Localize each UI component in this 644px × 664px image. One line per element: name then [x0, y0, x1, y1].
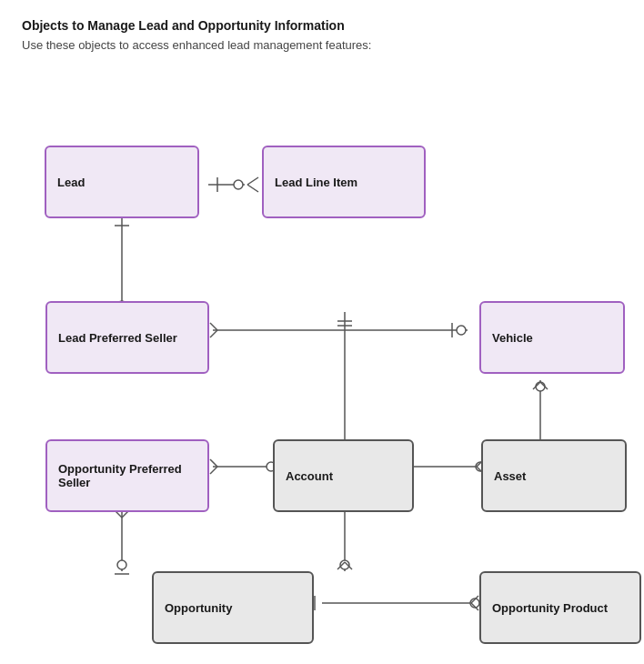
lead-node: Lead	[45, 146, 199, 218]
svg-line-25	[210, 467, 217, 474]
svg-line-4	[247, 185, 258, 192]
opportunity-product-node: Opportunity Product	[479, 571, 641, 644]
svg-line-3	[247, 177, 258, 185]
diagram: Lead Lead Line Item Lead Preferred Selle…	[22, 66, 640, 658]
account-node: Account	[273, 439, 414, 512]
page-subtitle: Use these objects to access enhanced lea…	[22, 38, 622, 52]
svg-line-12	[210, 330, 217, 337]
svg-point-16	[536, 382, 545, 391]
lead-preferred-seller-node: Lead Preferred Seller	[45, 301, 209, 374]
svg-point-13	[457, 326, 466, 335]
svg-point-36	[117, 560, 126, 569]
page-title: Objects to Manage Lead and Opportunity I…	[22, 18, 622, 33]
opportunity-preferred-seller-node: Opportunity Preferred Seller	[45, 439, 209, 512]
vehicle-node: Vehicle	[479, 301, 625, 374]
svg-line-11	[210, 323, 217, 330]
lead-line-item-node: Lead Line Item	[262, 146, 426, 218]
svg-line-24	[210, 459, 217, 467]
opportunity-node: Opportunity	[152, 571, 314, 644]
svg-point-2	[234, 180, 243, 189]
asset-node: Asset	[481, 439, 627, 512]
